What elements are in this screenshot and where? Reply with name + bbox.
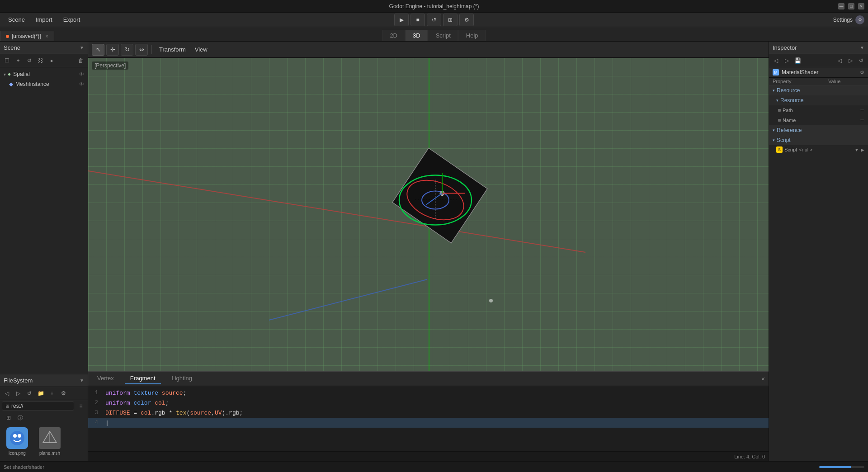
titlebar: Godot Engine - tutorial_heightmap (*) — … — [0, 0, 868, 13]
move-tool[interactable]: ✛ — [106, 44, 119, 56]
scene-panel-header: Scene ▼ — [0, 42, 88, 54]
tab-fragment[interactable]: Fragment — [125, 373, 161, 384]
section-reference[interactable]: ▾ Reference — [769, 125, 868, 135]
maximize-btn[interactable]: □ — [848, 3, 854, 9]
menu-export[interactable]: Export — [59, 14, 85, 25]
insp-next-btn[interactable]: ▷ — [845, 56, 855, 66]
scene-filter-btn[interactable]: ▸ — [47, 56, 57, 66]
fs-add-btn[interactable]: + — [47, 388, 57, 398]
inspector-arrow[interactable]: ▼ — [860, 45, 864, 50]
spatial-arrow: ▾ — [4, 72, 6, 77]
fs-reload-btn[interactable]: ↺ — [24, 388, 34, 398]
scene-instance-btn[interactable]: ↺ — [24, 56, 34, 66]
name-text: Name — [783, 118, 796, 123]
fs-list-btn[interactable]: ≡ — [76, 401, 86, 411]
menu-import[interactable]: Import — [31, 14, 57, 25]
inspector-node-settings[interactable]: ⚙ — [860, 70, 864, 76]
fs-folder-btn[interactable]: 📁 — [36, 388, 46, 398]
fs-file-plane-msh[interactable]: plane.msh — [36, 427, 63, 456]
select-tool[interactable]: ↖ — [92, 44, 104, 56]
settings-button[interactable]: Settings ⚙ — [833, 15, 864, 24]
scale-tool[interactable]: ⇔ — [135, 44, 148, 56]
col-value: Value — [828, 79, 864, 84]
fs-title: FileSystem — [4, 377, 33, 384]
play-btn[interactable]: ▶ — [394, 14, 409, 26]
prop-path: Path — [769, 105, 868, 115]
line-content-1: uniform texture source; — [102, 390, 186, 396]
layout-btn[interactable]: ⊞ — [443, 14, 458, 26]
stop-btn[interactable]: ■ — [410, 14, 425, 26]
svg-line-6 — [88, 171, 585, 252]
insp-reload-btn[interactable]: ↺ — [856, 56, 866, 66]
tree-item-meshinstance[interactable]: ◆ MeshInstance 👁 — [0, 79, 88, 89]
fs-fwd-btn[interactable]: ▷ — [13, 388, 23, 398]
script-go-btn[interactable]: ▶ — [861, 147, 864, 152]
insp-back-btn[interactable]: ◁ — [771, 56, 781, 66]
play-toolbar: ▶ ■ ↺ ⊞ ⚙ — [394, 14, 474, 26]
perspective-label: [Perspective] — [92, 61, 128, 70]
fs-thumbs-btn[interactable]: ⊞ — [4, 413, 14, 423]
scene-panel-arrow[interactable]: ▼ — [80, 45, 84, 50]
fs-file-icon-png[interactable]: icon.png — [4, 427, 31, 456]
scene-add-child-btn[interactable]: + — [13, 56, 23, 66]
close-btn[interactable]: × — [858, 3, 864, 9]
tab-lighting[interactable]: Lighting — [166, 373, 198, 384]
line-num-2: 2 — [88, 400, 102, 406]
script-label: Script — [784, 147, 797, 152]
fs-info-btn[interactable]: ⓘ — [15, 413, 25, 423]
scene-tab-close[interactable]: × — [46, 34, 48, 39]
script-row: S Script <null> ▼ ▶ — [769, 145, 868, 154]
scene-toolbar: ☐ + ↺ ⛓ ▸ 🗑 — [0, 54, 88, 67]
script-dropdown-arrow[interactable]: ▼ — [854, 147, 859, 152]
main-area: Scene ▼ ☐ + ↺ ⛓ ▸ 🗑 ▾ ● Spatial 👁 ◆ Mesh… — [0, 42, 868, 461]
code-status-bar: Line: 4, Col: 0 — [88, 451, 769, 461]
tab-2d[interactable]: 2D — [382, 30, 405, 41]
viewport-canvas[interactable]: [Perspective] — [88, 58, 769, 371]
tab-script[interactable]: Script — [428, 30, 458, 41]
fs-back-btn[interactable]: ◁ — [2, 388, 12, 398]
scene-tab[interactable]: [unsaved(*)] × — [0, 31, 54, 41]
code-content[interactable]: 1 uniform texture source; 2 uniform colo… — [88, 386, 769, 451]
tab-help[interactable]: Help — [458, 30, 486, 41]
fs-path-text: res:// — [11, 403, 24, 409]
status-right — [819, 466, 864, 468]
reload-btn[interactable]: ↺ — [427, 14, 441, 26]
material-shader-icon: M — [773, 69, 779, 76]
loading-progress — [819, 466, 864, 468]
scene-link-btn[interactable]: ⛓ — [36, 56, 46, 66]
view-menu[interactable]: View — [191, 46, 211, 53]
fs-path-input[interactable]: 🖥 res:// — [2, 401, 74, 411]
resource-label: Resource — [777, 87, 800, 94]
menu-scene[interactable]: Scene — [4, 14, 29, 25]
transform-menu[interactable]: Transform — [156, 46, 189, 53]
reference-arrow: ▾ — [773, 128, 775, 132]
section-resource-sub[interactable]: ▾ Resource — [769, 95, 868, 105]
tree-item-spatial[interactable]: ▾ ● Spatial 👁 — [0, 69, 88, 79]
meshinstance-eye[interactable]: 👁 — [79, 81, 84, 87]
section-script[interactable]: ▾ Script — [769, 135, 868, 145]
insp-prev-btn[interactable]: ◁ — [835, 56, 844, 66]
scene-delete-btn[interactable]: 🗑 — [76, 56, 86, 66]
3d-object — [347, 135, 510, 263]
rotate-tool[interactable]: ↻ — [121, 44, 133, 56]
mesh-file-icon — [39, 427, 61, 449]
code-line-4[interactable]: 4 | — [88, 418, 769, 428]
scene-add-btn[interactable]: ☐ — [2, 56, 12, 66]
path-value[interactable] — [860, 109, 864, 111]
cursor-indicator — [489, 299, 493, 302]
remote-btn[interactable]: ⚙ — [459, 14, 474, 26]
line-content-2: uniform color col; — [102, 400, 169, 406]
section-resource[interactable]: ▾ Resource — [769, 85, 868, 95]
minimize-btn[interactable]: — — [838, 3, 844, 9]
resource-sub-arrow: ▾ — [776, 98, 778, 103]
insp-save-btn[interactable]: 💾 — [793, 56, 802, 66]
name-value[interactable] — [860, 119, 864, 121]
tab-3d[interactable]: 3D — [405, 30, 428, 41]
fs-settings-btn[interactable]: ⚙ — [58, 388, 68, 398]
tab-vertex[interactable]: Vertex — [92, 373, 119, 384]
code-panel-close[interactable]: × — [761, 375, 765, 382]
spatial-eye[interactable]: 👁 — [79, 71, 84, 77]
fs-arrow[interactable]: ▼ — [80, 378, 84, 383]
material-shader-name: MaterialShader — [782, 69, 857, 76]
insp-fwd-btn[interactable]: ▷ — [782, 56, 792, 66]
